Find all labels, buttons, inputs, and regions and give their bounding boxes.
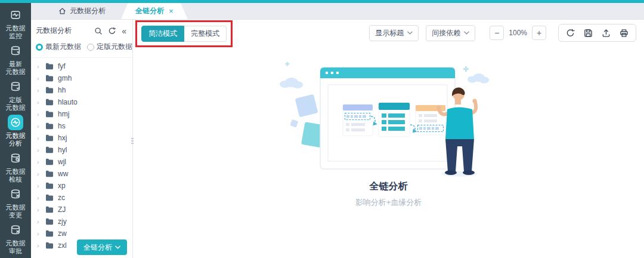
tree-item[interactable]: ›zc: [31, 192, 132, 204]
folder-icon: [45, 63, 54, 70]
tree-item-label: hs: [58, 122, 66, 130]
sidebar-item-metadata-analysis[interactable]: 元数据分析: [6, 115, 26, 148]
tree-item[interactable]: ›wjl: [31, 156, 132, 168]
sidebar-item-label: 定版元数据: [6, 96, 26, 112]
sidebar-item-label: 元数据审批: [6, 239, 26, 255]
folder-icon: [45, 218, 54, 225]
tree-item-label: hyl: [58, 146, 67, 154]
tree-item-label: zc: [58, 194, 65, 202]
folder-icon: [45, 230, 54, 237]
sidebar-item-metadata-change[interactable]: 元数据变更: [6, 186, 26, 219]
chevron-right-icon[interactable]: ›: [37, 63, 41, 69]
home-icon: [58, 7, 66, 15]
tree-item-label: ww: [58, 170, 68, 178]
panel-resize-handle[interactable]: [131, 134, 134, 148]
empty-state-subtitle: 影响分析+血缘分析: [355, 197, 422, 208]
analysis-canvas: 简洁模式 完整模式 显示标题 间接依赖 − 100% +: [133, 20, 644, 258]
export-icon[interactable]: [602, 29, 611, 38]
chevron-right-icon[interactable]: ›: [37, 195, 41, 201]
tree-item[interactable]: ›ww: [31, 168, 132, 180]
empty-state-illustration: [270, 62, 508, 178]
metadata-tree-panel: 元数据分析 « 最新元数据 定版元数据 ›fyf ›gmh ›hh ›hlaut…: [31, 20, 133, 258]
folder-icon: [45, 110, 54, 118]
chevron-right-icon[interactable]: ›: [37, 135, 41, 141]
complete-mode-button[interactable]: 完整模式: [184, 26, 227, 42]
indirect-dependency-dropdown[interactable]: 间接依赖: [426, 25, 475, 41]
tree-item[interactable]: ›hh: [31, 84, 132, 96]
refresh-icon[interactable]: [566, 29, 575, 38]
radio-latest-metadata[interactable]: 最新元数据: [36, 42, 81, 52]
chevron-right-icon[interactable]: ›: [37, 99, 41, 105]
refresh-icon[interactable]: [108, 27, 116, 35]
tree-item-label: zw: [58, 229, 67, 238]
folder-icon: [45, 194, 54, 201]
app-sidebar: 元数据监控 最新元数据 定版元数据 元数据分析 元数据检核 元数据变更 元数: [0, 3, 31, 258]
chevron-right-icon[interactable]: ›: [37, 231, 41, 236]
radio-selected-icon: [36, 44, 43, 51]
print-icon[interactable]: [620, 29, 628, 38]
collapse-panel-icon[interactable]: «: [122, 27, 126, 35]
simple-mode-button[interactable]: 简洁模式: [141, 26, 184, 42]
tree-item[interactable]: ›hs: [31, 120, 132, 132]
show-title-dropdown[interactable]: 显示标题: [369, 25, 419, 41]
sidebar-item-label: 元数据检核: [6, 168, 26, 183]
canvas-toolbar: 显示标题 间接依赖 − 100% +: [362, 24, 636, 42]
chevron-right-icon[interactable]: ›: [37, 75, 41, 81]
tree-item[interactable]: ›hyl: [31, 144, 132, 156]
folder-icon: [45, 99, 54, 106]
zoom-out-button[interactable]: −: [490, 26, 504, 40]
tree-item[interactable]: ›zjy: [31, 216, 132, 228]
tree-item-label: gmh: [58, 74, 72, 82]
chevron-right-icon[interactable]: ›: [37, 171, 41, 177]
chevron-right-icon[interactable]: ›: [37, 207, 41, 213]
chevron-right-icon[interactable]: ›: [37, 147, 41, 153]
folder-icon: [45, 146, 54, 153]
monitor-pulse-icon: [8, 7, 23, 23]
sidebar-item-label: 元数据分析: [6, 132, 26, 148]
tree-item[interactable]: ›hxj: [31, 132, 132, 144]
tab-bar: 元数据分析 全链分析 ×: [31, 3, 644, 20]
sidebar-item-label: 元数据变更: [6, 204, 26, 219]
tree-item[interactable]: ›zw: [31, 228, 132, 239]
folder-icon: [45, 182, 54, 189]
chevron-right-icon[interactable]: ›: [37, 242, 41, 248]
close-icon[interactable]: ×: [169, 7, 174, 16]
sidebar-item-metadata-monitor[interactable]: 元数据监控: [6, 7, 26, 40]
chevron-right-icon[interactable]: ›: [37, 159, 41, 165]
search-icon[interactable]: [94, 27, 103, 35]
radio-versioned-metadata[interactable]: 定版元数据: [87, 42, 132, 52]
tree-item-label: hlauto: [58, 98, 78, 106]
tree-item[interactable]: ›fyf: [31, 60, 132, 72]
chevron-right-icon[interactable]: ›: [37, 183, 41, 189]
tab-metadata-analysis-home[interactable]: 元数据分析: [49, 2, 115, 19]
tree-item[interactable]: ›ZJ: [31, 204, 132, 216]
tree-item-label: zjy: [58, 217, 67, 226]
tree-item[interactable]: ›xp: [31, 180, 132, 192]
tab-full-chain-analysis[interactable]: 全链分析 ×: [121, 2, 188, 19]
chevron-down-icon: [464, 31, 469, 35]
full-chain-analysis-button[interactable]: 全链分析: [77, 239, 127, 255]
dropdown-label: 显示标题: [375, 28, 404, 38]
zoom-in-button[interactable]: +: [532, 26, 546, 40]
tree-item[interactable]: ›hmj: [31, 108, 132, 120]
sidebar-item-versioned-metadata[interactable]: 定版元数据: [6, 79, 26, 112]
sidebar-item-label: 元数据监控: [6, 24, 26, 40]
sidebar-item-metadata-inspection[interactable]: 元数据检核: [6, 150, 26, 183]
tree-item-label: hh: [58, 86, 66, 94]
zoom-controls: − 100% +: [490, 26, 546, 40]
sidebar-item-latest-metadata[interactable]: 最新元数据: [6, 43, 26, 76]
save-icon[interactable]: [584, 29, 593, 38]
mode-switcher: 简洁模式 完整模式: [141, 26, 227, 42]
sidebar-item-metadata-approval[interactable]: 元数据审批: [6, 222, 26, 255]
folder-icon: [45, 87, 54, 94]
database-change-icon: [8, 186, 23, 202]
radio-label: 最新元数据: [45, 42, 81, 52]
tree-item[interactable]: ›hlauto: [31, 96, 132, 108]
tree-item-label: ZJ: [58, 205, 66, 214]
chevron-right-icon[interactable]: ›: [37, 87, 41, 93]
chevron-right-icon[interactable]: ›: [37, 123, 41, 129]
tree-item[interactable]: ›gmh: [31, 72, 132, 84]
chevron-right-icon[interactable]: ›: [37, 111, 41, 117]
folder-icon: [45, 134, 54, 142]
chevron-right-icon[interactable]: ›: [37, 219, 41, 225]
